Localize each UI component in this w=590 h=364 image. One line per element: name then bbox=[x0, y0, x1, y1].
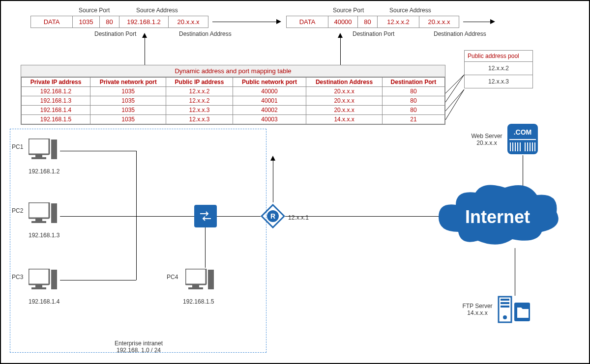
packet-before: DATA 1035 80 192.168.1.2 20.x.x.x bbox=[30, 16, 208, 28]
cell: 20.x.x.x bbox=[306, 87, 382, 96]
cell: 20.x.x.x bbox=[306, 96, 382, 106]
arrow-head-between bbox=[276, 19, 281, 24]
web-server-label: Web Server 20.x.x.x bbox=[467, 133, 506, 146]
pc2-icon bbox=[29, 202, 58, 231]
cell: 80 bbox=[382, 96, 444, 106]
line-to-switch bbox=[136, 216, 194, 217]
svg-rect-15 bbox=[51, 270, 57, 289]
table-row: 192.168.1.3 1035 12.x.x.2 40001 20.x.x.x… bbox=[22, 96, 445, 106]
svg-rect-18 bbox=[188, 287, 203, 289]
intranet-caption-1: Enterprise intranet bbox=[115, 340, 163, 347]
mt-h5: Destination Port bbox=[382, 78, 444, 87]
packet-before-dst-port: 80 bbox=[100, 16, 119, 28]
ftp-name: FTP Server bbox=[462, 303, 492, 309]
svg-rect-12 bbox=[29, 269, 49, 284]
mt-h2: Public IP address bbox=[166, 78, 233, 87]
svg-rect-5 bbox=[35, 154, 42, 157]
svg-rect-7 bbox=[51, 140, 57, 159]
address-pool: Public address pool 12.x.x.2 12.x.x.3 bbox=[464, 50, 533, 88]
cell: 20.x.x.x bbox=[306, 106, 382, 115]
cell: 1035 bbox=[90, 96, 166, 106]
svg-line-0 bbox=[445, 75, 464, 93]
caption-dst-addr-b: Destination Address bbox=[434, 30, 486, 37]
line-pc3-v bbox=[136, 216, 137, 280]
cell: 12.x.x.3 bbox=[166, 106, 233, 115]
cell: 21 bbox=[382, 115, 444, 124]
pc1-icon bbox=[29, 139, 58, 167]
line-router-up bbox=[273, 161, 273, 202]
cloud-label: Internet bbox=[465, 207, 530, 227]
cell: 12.x.x.3 bbox=[166, 115, 233, 124]
line-ftp-cloud bbox=[515, 248, 515, 296]
diagram-canvas: Source Port Source Address DATA 1035 80 … bbox=[0, 0, 590, 364]
address-pool-title: Public address pool bbox=[465, 51, 532, 62]
router-icon: R bbox=[261, 204, 285, 230]
pc2-label: PC2 bbox=[12, 207, 23, 214]
line-pc1-h bbox=[60, 151, 136, 151]
pc2-ip: 192.168.1.3 bbox=[29, 232, 59, 239]
line-pc2-h bbox=[60, 216, 136, 217]
svg-rect-16 bbox=[185, 269, 206, 284]
caption-src-addr-b: Source Address bbox=[389, 7, 431, 14]
packet-after-dst-port: 80 bbox=[358, 16, 378, 28]
cell: 80 bbox=[382, 87, 444, 96]
svg-rect-6 bbox=[31, 157, 46, 159]
cell: 40003 bbox=[233, 115, 306, 124]
intranet-caption: Enterprise intranet 192.168. 1.0 / 24 bbox=[94, 340, 183, 354]
line-pc3-h bbox=[60, 280, 136, 280]
svg-rect-39 bbox=[501, 306, 509, 308]
packet-before-dst-addr: 20.x.x.x bbox=[169, 16, 208, 28]
intranet-caption-2: 192.168. 1.0 / 24 bbox=[117, 347, 161, 354]
pc1-ip: 192.168.1.2 bbox=[29, 168, 59, 175]
arrow-router-up bbox=[270, 156, 275, 161]
svg-rect-4 bbox=[29, 139, 49, 154]
line-web-cloud bbox=[523, 155, 523, 186]
caption-src-port-b: Source Port bbox=[333, 7, 364, 14]
caption-src-addr-a: Source Address bbox=[136, 7, 178, 14]
router-ip: 12.x.x.1 bbox=[288, 214, 309, 221]
pc4-icon bbox=[185, 269, 215, 297]
cell: 192.168.1.5 bbox=[22, 115, 90, 124]
svg-text:.COM: .COM bbox=[514, 128, 532, 136]
pc3-icon bbox=[29, 269, 58, 297]
ftp-ip: 14.x.x.x bbox=[467, 309, 487, 316]
svg-point-40 bbox=[503, 315, 507, 319]
caption-dst-port-a: Destination Port bbox=[94, 30, 136, 37]
svg-rect-37 bbox=[501, 299, 509, 301]
arrow-between-packets bbox=[212, 22, 276, 22]
packet-before-src-addr: 192.168.1.2 bbox=[119, 16, 169, 28]
svg-rect-13 bbox=[35, 284, 42, 287]
cell: 1035 bbox=[90, 87, 166, 96]
packet-after-dst-addr: 20.x.x.x bbox=[419, 16, 459, 28]
cell: 12.x.x.2 bbox=[166, 96, 233, 106]
cell: 192.168.1.3 bbox=[22, 96, 90, 106]
packet-before-src-port: 1035 bbox=[73, 16, 100, 28]
svg-line-1 bbox=[445, 75, 464, 102]
cell: 192.168.1.2 bbox=[22, 87, 90, 96]
mapping-table-title: Dynamic address and port mapping table bbox=[21, 65, 445, 77]
table-row: 192.168.1.2 1035 12.x.x.2 40000 20.x.x.x… bbox=[22, 87, 445, 96]
caption-dst-addr-a: Destination Address bbox=[179, 30, 232, 37]
web-server: .COM bbox=[506, 123, 539, 155]
pc1-label: PC1 bbox=[12, 143, 23, 150]
mt-h3: Public network port bbox=[233, 78, 306, 87]
table-row: 192.168.1.4 1035 12.x.x.3 40002 20.x.x.x… bbox=[22, 106, 445, 115]
web-ip: 20.x.x.x bbox=[476, 140, 497, 146]
arrow-head-out-b bbox=[490, 19, 495, 24]
svg-rect-9 bbox=[35, 218, 42, 221]
pc4-ip: 192.168.1.5 bbox=[183, 298, 214, 305]
cell: 1035 bbox=[90, 106, 166, 115]
mt-h4: Destination Address bbox=[306, 78, 382, 87]
cell: 192.168.1.4 bbox=[22, 106, 90, 115]
pool-connector-lines bbox=[445, 75, 465, 122]
cloud-icon: Internet bbox=[434, 183, 561, 253]
line-switch-router bbox=[217, 216, 261, 217]
packet-before-data: DATA bbox=[31, 16, 73, 28]
packet-after-src-port: 40000 bbox=[328, 16, 358, 28]
svg-rect-10 bbox=[31, 221, 46, 223]
svg-rect-14 bbox=[31, 287, 46, 289]
web-name: Web Server bbox=[471, 133, 502, 140]
svg-text:R: R bbox=[270, 212, 275, 220]
cell: 40002 bbox=[233, 106, 306, 115]
line-pc4-v bbox=[205, 227, 206, 268]
